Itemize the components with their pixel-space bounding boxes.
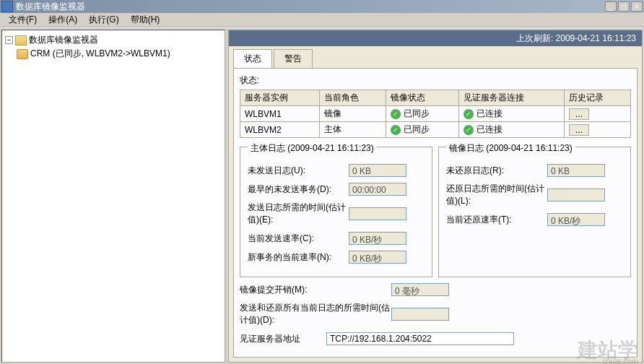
col-server: 服务器实例: [240, 90, 320, 106]
status-label: 状态:: [240, 74, 631, 87]
restorerate-value: 0 KB/秒: [547, 213, 605, 226]
tree-panel: − 数据库镜像监视器 CRM (已同步, WLBVM2->WLBVM1): [1, 30, 225, 363]
cell-state: 已同步: [404, 124, 430, 134]
cell-server: WLBVM2: [240, 122, 320, 138]
table-row: WLBVM2 主体 ✓已同步 ✓已连接 ...: [240, 122, 631, 138]
menu-file[interactable]: 文件(F): [3, 12, 43, 27]
cell-state: 已同步: [404, 108, 430, 118]
close-button[interactable]: ×: [631, 1, 643, 12]
tree-toggle-icon[interactable]: −: [5, 36, 13, 44]
titlebar: 数据库镜像监视器 _ □ ×: [0, 0, 644, 13]
col-mirror-state: 镜像状态: [386, 90, 458, 106]
app-icon: [1, 1, 13, 12]
check-icon: ✓: [391, 125, 401, 135]
sendrate-label: 当前发送速率(C):: [248, 233, 349, 245]
history-button[interactable]: ...: [569, 124, 589, 136]
col-history: 历史记录: [565, 90, 631, 106]
oldest-label: 最早的未发送事务(D):: [248, 183, 349, 196]
col-witness: 见证服务器连接: [458, 90, 564, 106]
commit-label: 镜像提交开销(M):: [240, 284, 391, 296]
commit-value: 0 毫秒: [391, 283, 449, 296]
tree-root[interactable]: − 数据库镜像监视器: [5, 33, 222, 47]
unrestored-value: 0 KB: [547, 164, 605, 177]
refresh-label: 上次刷新:: [516, 32, 553, 45]
database-icon: [17, 49, 28, 59]
tree-root-label: 数据库镜像监视器: [29, 34, 98, 46]
sendall-value: [391, 308, 449, 321]
witness-input[interactable]: [326, 332, 514, 345]
folder-icon: [15, 35, 27, 46]
header-bar: 上次刷新: 2009-04-21 16:11:23: [229, 30, 642, 46]
tab-body: 状态: 服务器实例 当前角色 镜像状态 见证服务器连接 历史记录 WLBVM1 …: [233, 68, 638, 358]
cell-role: 镜像: [320, 106, 386, 122]
tree-child-label: CRM (已同步, WLBVM2->WLBVM1): [30, 48, 170, 60]
principal-log-title: 主体日志 (2009-04-21 16:11:23): [248, 142, 377, 155]
mirror-log-title: 镜像日志 (2009-04-21 16:11:23): [446, 142, 575, 155]
check-icon: ✓: [464, 109, 474, 119]
cell-server: WLBVM1: [240, 106, 320, 122]
sendtime-label: 发送日志所需的时间(估计值)(E):: [248, 202, 349, 226]
menu-go[interactable]: 执行(G): [83, 12, 124, 27]
status-table: 服务器实例 当前角色 镜像状态 见证服务器连接 历史记录 WLBVM1 镜像 ✓…: [240, 90, 631, 138]
mirror-log-fieldset: 镜像日志 (2009-04-21 16:11:23) 未还原日志(R): 0 K…: [438, 147, 631, 277]
check-icon: ✓: [391, 109, 401, 119]
tree-child[interactable]: CRM (已同步, WLBVM2->WLBVM1): [17, 47, 222, 61]
tab-status[interactable]: 状态: [233, 49, 272, 68]
maximize-button[interactable]: □: [618, 1, 630, 12]
principal-log-fieldset: 主体日志 (2009-04-21 16:11:23) 未发送日志(U): 0 K…: [240, 147, 432, 277]
check-icon: ✓: [464, 125, 474, 135]
tab-warning[interactable]: 警告: [274, 49, 313, 68]
witness-label: 见证服务器地址: [240, 333, 326, 345]
restoretime-label: 还原日志所需的时间(估计值)(L):: [446, 183, 547, 207]
restoretime-value: [547, 188, 605, 202]
minimize-button[interactable]: _: [605, 1, 617, 12]
tab-strip: 状态 警告: [229, 46, 642, 68]
restorerate-label: 当前还原速率(T):: [446, 214, 547, 226]
sendrate-value: 0 KB/秒: [349, 232, 406, 245]
window-title: 数据库镜像监视器: [16, 1, 85, 13]
sendall-label: 发送和还原所有当前日志的所需时间(估计值)(D):: [240, 302, 391, 326]
menu-action[interactable]: 操作(A): [43, 12, 83, 27]
menubar: 文件(F) 操作(A) 执行(G) 帮助(H): [0, 13, 644, 27]
sendtime-value: [349, 207, 406, 220]
tranrate-value: 0 KB/秒: [349, 251, 406, 264]
unrestored-label: 未还原日志(R):: [446, 165, 547, 177]
refresh-time: 2009-04-21 16:11:23: [556, 33, 636, 43]
oldest-value: 00:00:00: [349, 183, 406, 196]
history-button[interactable]: ...: [569, 108, 589, 120]
tranrate-label: 新事务的当前速率(N):: [248, 251, 349, 264]
col-role: 当前角色: [320, 90, 386, 106]
menu-help[interactable]: 帮助(H): [125, 12, 166, 27]
cell-role: 主体: [320, 122, 386, 138]
cell-witness: 已连接: [477, 124, 502, 134]
unsent-value: 0 KB: [349, 164, 406, 177]
table-row: WLBVM1 镜像 ✓已同步 ✓已连接 ...: [240, 106, 631, 122]
unsent-label: 未发送日志(U):: [248, 165, 349, 177]
cell-witness: 已连接: [477, 108, 502, 118]
